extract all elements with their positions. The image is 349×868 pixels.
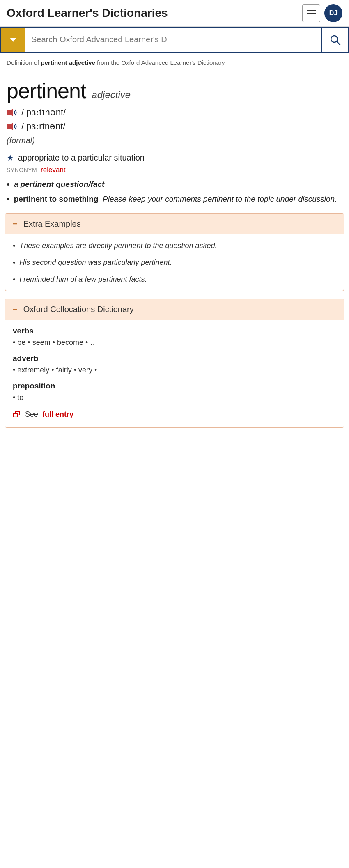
extra-bullet-3: • [13, 274, 15, 285]
extra-examples-header: − Extra Examples [5, 214, 344, 234]
collocations-collapse-icon[interactable]: − [13, 305, 18, 314]
search-input[interactable] [25, 28, 321, 52]
definition-text: appropriate to a particular situation [18, 152, 145, 163]
pronunciation-ipa-1: /ˈpɜːtɪnənt/ [21, 107, 66, 118]
extra-examples-collapse-icon[interactable]: − [13, 219, 18, 229]
definition-source-suffix: from the Oxford Advanced Learner's Dicti… [95, 59, 225, 66]
extra-bullet-2: • [13, 257, 15, 268]
part-of-speech: adjective [92, 89, 131, 101]
synonym-label: SYNONYM [7, 167, 37, 173]
pronunciation-2: /ˈpɜːrtnənt/ [7, 121, 342, 132]
definition-source-prefix: Definition of [7, 59, 41, 66]
collocations-title: Oxford Collocations Dictionary [23, 305, 134, 314]
extra-bullet-1: • [13, 241, 15, 251]
svg-marker-2 [7, 108, 13, 117]
avatar[interactable]: DJ [324, 4, 342, 22]
example-2: • pertinent to something Please keep you… [7, 194, 342, 205]
extra-examples-list: • These examples are directly pertinent … [13, 240, 336, 285]
extra-example-2: • His second question was particularly p… [13, 257, 336, 268]
hamburger-line [307, 10, 316, 11]
svg-line-1 [337, 41, 340, 45]
dictionary-selector-button[interactable] [1, 28, 25, 52]
ex-2-part-2: Please keep your comments pertinent to t… [99, 195, 337, 203]
sound-button-2[interactable] [7, 122, 18, 131]
extra-example-3-text: I reminded him of a few pertinent facts. [19, 274, 147, 285]
definition-line: ★ appropriate to a particular situation [7, 152, 342, 163]
logo-bold: Learner's Dictionaries [48, 7, 168, 19]
extra-examples-box: − Extra Examples • These examples are di… [5, 213, 344, 291]
synonym-line: SYNONYM relevant [7, 166, 342, 174]
site-logo: Oxford Learner's Dictionaries [7, 7, 168, 20]
see-full-entry-line: 🗗 See full entry [13, 410, 336, 419]
sound-icon-1 [7, 108, 18, 117]
search-bar [0, 27, 349, 53]
hamburger-menu-button[interactable] [302, 4, 320, 22]
example-2-text: pertinent to something Please keep your … [14, 194, 337, 205]
sound-icon-2 [7, 122, 18, 131]
collocations-adverb-items: • extremely • fairly • very • … [13, 365, 336, 376]
extra-example-3: • I reminded him of a few pertinent fact… [13, 274, 336, 285]
full-entry-link[interactable]: full entry [42, 410, 73, 419]
definition-section: ★ appropriate to a particular situation … [0, 152, 349, 205]
coll-adverb-bullet: • [13, 366, 15, 374]
collocations-header: − Oxford Collocations Dictionary [5, 299, 344, 320]
example-1-text: a pertinent question/fact [14, 179, 105, 190]
extra-example-2-text: His second question was particularly per… [19, 257, 172, 268]
hamburger-line [307, 13, 316, 14]
extra-examples-body: • These examples are directly pertinent … [5, 234, 344, 291]
example-1: • a pertinent question/fact [7, 179, 342, 190]
pronunciation-ipa-2: /ˈpɜːrtnənt/ [21, 121, 65, 132]
hamburger-line [307, 16, 316, 16]
logo-plain: Oxford [7, 7, 48, 19]
coll-verb-bullet: • [13, 338, 15, 347]
see-label: See [25, 410, 38, 419]
ex-1-part-1: a [14, 180, 21, 188]
extra-example-1: • These examples are directly pertinent … [13, 240, 336, 251]
extra-examples-title: Extra Examples [23, 219, 81, 229]
collocations-preposition-heading: preposition [13, 381, 336, 390]
collocations-verbs-items: • be • seem • become • … [13, 337, 336, 348]
headword: pertinent [7, 78, 86, 103]
synonym-link[interactable]: relevant [41, 166, 65, 174]
definition-source: Definition of pertinent adjective from t… [0, 53, 349, 70]
header: Oxford Learner's Dictionaries DJ [0, 0, 349, 27]
extra-example-1-text: These examples are directly pertinent to… [19, 240, 217, 251]
word-entry: pertinent adjective /ˈpɜːtɪnənt/ /ˈpɜːrt… [0, 70, 349, 145]
avatar-initials: DJ [329, 9, 338, 17]
bullet-1: • [7, 179, 10, 190]
ex-2-part-1: pertinent to something [14, 195, 99, 203]
collocations-adverb-heading: adverb [13, 354, 336, 363]
definition-source-word: pertinent adjective [41, 59, 95, 66]
chevron-down-icon [10, 38, 16, 42]
header-controls: DJ [302, 4, 342, 22]
coll-prep-bullet: • [13, 393, 15, 402]
svg-point-0 [331, 36, 338, 42]
sound-button-1[interactable] [7, 108, 18, 117]
word-title-line: pertinent adjective [7, 78, 342, 103]
search-icon [329, 34, 341, 46]
examples-list: • a pertinent question/fact • pertinent … [7, 179, 342, 205]
search-button[interactable] [321, 28, 348, 52]
register-label: (formal) [7, 136, 342, 145]
collocations-box: − Oxford Collocations Dictionary verbs •… [5, 299, 344, 428]
ex-1-part-2: pertinent question/fact [21, 180, 105, 188]
pronunciation-1: /ˈpɜːtɪnənt/ [7, 107, 342, 118]
external-link-icon: 🗗 [13, 410, 21, 419]
collocations-preposition-items: • to [13, 392, 336, 403]
bullet-2: • [7, 194, 10, 204]
svg-marker-3 [7, 122, 13, 131]
collocations-verbs-heading: verbs [13, 326, 336, 335]
star-icon: ★ [7, 153, 14, 163]
collocations-body: verbs • be • seem • become • … adverb • … [5, 320, 344, 427]
